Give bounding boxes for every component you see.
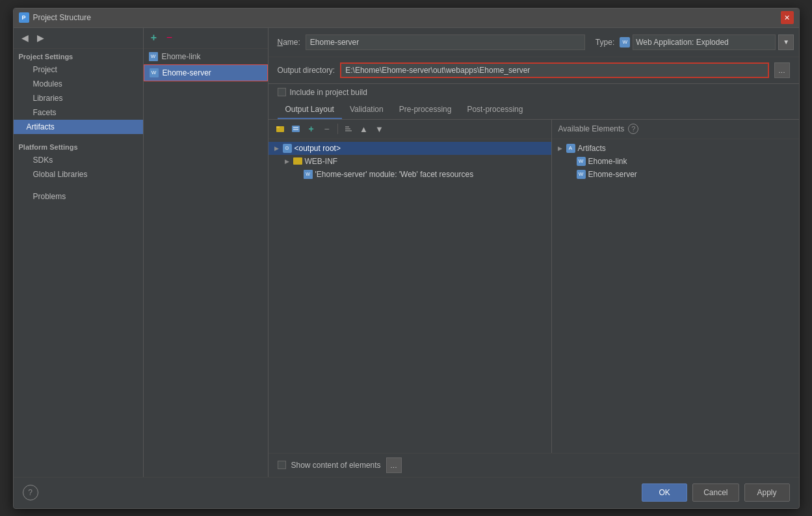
name-input[interactable] — [306, 34, 585, 50]
output-dir-input[interactable] — [340, 62, 768, 78]
output-root-label: <output root> — [295, 144, 341, 153]
web-inf-label: WEB-INF — [305, 157, 338, 166]
name-label: Name: — [278, 38, 300, 47]
nav-back-button[interactable]: ◀ — [19, 31, 32, 44]
type-input[interactable] — [633, 34, 776, 50]
include-label: Include in project build — [290, 88, 367, 97]
title-bar: P Project Structure ✕ — [14, 8, 799, 28]
avail-item-artifacts[interactable]: ▶ A Artifacts — [552, 142, 799, 155]
platform-settings-header: Platform Settings — [14, 139, 143, 153]
remove-artifact-button[interactable]: − — [163, 31, 176, 44]
svg-rect-1 — [276, 126, 280, 128]
output-root-icon: ⊙ — [283, 144, 292, 153]
facet-resources-icon: W — [304, 170, 313, 179]
dialog-icon: P — [19, 12, 29, 23]
sidebar-item-global-libraries[interactable]: Global Libraries — [14, 167, 143, 182]
avail-ehome-link-icon: W — [577, 157, 586, 166]
help-button[interactable]: ? — [23, 485, 38, 500]
layout-remove-btn[interactable]: − — [321, 122, 334, 135]
footer-right: OK Cancel Apply — [642, 483, 789, 502]
layout-list-btn[interactable] — [289, 122, 302, 135]
dialog-title: Project Structure — [33, 13, 91, 22]
output-dir-browse-button[interactable]: … — [774, 62, 790, 78]
tree-arrow-web-inf: ▶ — [284, 158, 291, 165]
artifact-item-ehome-server[interactable]: W Ehome-server — [144, 64, 268, 81]
available-tree: ▶ A Artifacts W Ehome-link — [552, 139, 799, 453]
include-row: Include in project build — [268, 84, 799, 101]
sidebar-item-project[interactable]: Project — [14, 62, 143, 77]
available-header: Available Elements ? — [552, 120, 799, 139]
tab-validation[interactable]: Validation — [342, 101, 391, 119]
available-panel: Available Elements ? ▶ A Artifacts — [552, 120, 799, 453]
include-checkbox[interactable] — [278, 88, 286, 96]
left-panel: ◀ ▶ Project Settings Project Modules Lib… — [14, 28, 144, 477]
layout-add-btn[interactable]: + — [305, 122, 318, 135]
sidebar-item-libraries[interactable]: Libraries — [14, 91, 143, 105]
apply-button[interactable]: Apply — [744, 483, 790, 502]
tree-item-web-inf[interactable]: ▶ WEB-INF — [268, 155, 551, 168]
nav-forward-button[interactable]: ▶ — [34, 31, 47, 44]
sidebar-item-problems[interactable]: Problems — [14, 189, 143, 204]
middle-toolbar: + − — [144, 28, 268, 49]
tabs-row: Output Layout Validation Pre-processing … — [268, 101, 799, 120]
sidebar-item-artifacts[interactable]: Artifacts — [14, 120, 143, 134]
tab-post-processing[interactable]: Post-processing — [459, 101, 530, 119]
layout-up-btn[interactable]: ▲ — [358, 122, 371, 135]
layout-folder-btn[interactable] — [274, 122, 287, 135]
available-header-label: Available Elements — [558, 124, 625, 133]
layout-tree: ▶ ⊙ <output root> ▶ WEB-INF — [268, 139, 551, 453]
avail-item-ehome-server[interactable]: W Ehome-server — [552, 168, 799, 181]
output-dir-label: Output directory: — [278, 66, 335, 75]
right-panel: Name: Type: W ▼ Output directory: … — [268, 28, 799, 477]
cancel-button[interactable]: Cancel — [692, 483, 739, 502]
layout-toolbar: + − ▲ ▼ — [268, 120, 551, 139]
avail-arrow-artifacts: ▶ — [557, 145, 564, 152]
layout-down-btn[interactable]: ▼ — [373, 122, 386, 135]
available-help-icon[interactable]: ? — [628, 124, 638, 134]
facet-resources-label: 'Ehome-server' module: 'Web' facet resou… — [315, 170, 474, 179]
avail-artifacts-label: Artifacts — [578, 144, 606, 153]
type-label: Type: — [596, 38, 614, 47]
layout-sort-btn[interactable] — [342, 122, 355, 135]
artifact-ehome-link-icon: W — [149, 52, 158, 61]
project-settings-header: Project Settings — [14, 49, 143, 62]
content-area: + − ▲ ▼ — [268, 120, 799, 453]
footer-left: ? — [23, 485, 38, 500]
dialog-body: ◀ ▶ Project Settings Project Modules Lib… — [14, 28, 799, 477]
name-field-row: Name: — [278, 34, 585, 50]
middle-panel: + − W Ehome-link W Ehome-server — [144, 28, 268, 477]
right-header: Name: Type: W ▼ — [268, 28, 799, 57]
avail-item-ehome-link[interactable]: W Ehome-link — [552, 155, 799, 168]
svg-rect-2 — [292, 126, 300, 132]
dialog-footer: ? OK Cancel Apply — [14, 477, 799, 508]
type-icon: W — [620, 37, 630, 48]
sidebar-item-sdks[interactable]: SDKs — [14, 153, 143, 167]
sidebar-item-modules[interactable]: Modules — [14, 77, 143, 91]
web-inf-folder-icon — [293, 157, 302, 165]
close-button[interactable]: ✕ — [781, 11, 794, 24]
project-structure-dialog: P Project Structure ✕ ◀ ▶ Project Settin… — [13, 8, 800, 509]
show-content-options-button[interactable]: … — [386, 457, 402, 473]
artifact-ehome-server-icon: W — [150, 68, 159, 77]
right-bottom: Show content of elements … — [268, 453, 799, 477]
avail-ehome-server-icon: W — [577, 170, 586, 179]
left-toolbar: ◀ ▶ — [14, 28, 143, 49]
tab-pre-processing[interactable]: Pre-processing — [391, 101, 460, 119]
sidebar-item-facets[interactable]: Facets — [14, 105, 143, 120]
artifacts-root-icon: A — [566, 144, 575, 153]
type-dropdown-button[interactable]: ▼ — [778, 34, 794, 50]
ok-button[interactable]: OK — [642, 483, 687, 502]
avail-ehome-link-label: Ehome-link — [588, 157, 627, 166]
tree-item-facet-resources[interactable]: W 'Ehome-server' module: 'Web' facet res… — [268, 168, 551, 181]
show-content-label: Show content of elements — [291, 461, 381, 470]
toolbar-sep-1 — [337, 124, 338, 134]
tree-item-output-root[interactable]: ▶ ⊙ <output root> — [268, 142, 551, 155]
avail-ehome-server-label: Ehome-server — [588, 170, 637, 179]
tab-output-layout[interactable]: Output Layout — [278, 101, 342, 119]
layout-panel: + − ▲ ▼ — [268, 120, 552, 453]
tree-arrow-output-root: ▶ — [274, 145, 280, 152]
add-artifact-button[interactable]: + — [148, 31, 161, 44]
show-content-checkbox[interactable] — [278, 461, 286, 469]
type-field-row: Type: W ▼ — [596, 34, 794, 50]
artifact-item-ehome-link[interactable]: W Ehome-link — [144, 49, 268, 64]
